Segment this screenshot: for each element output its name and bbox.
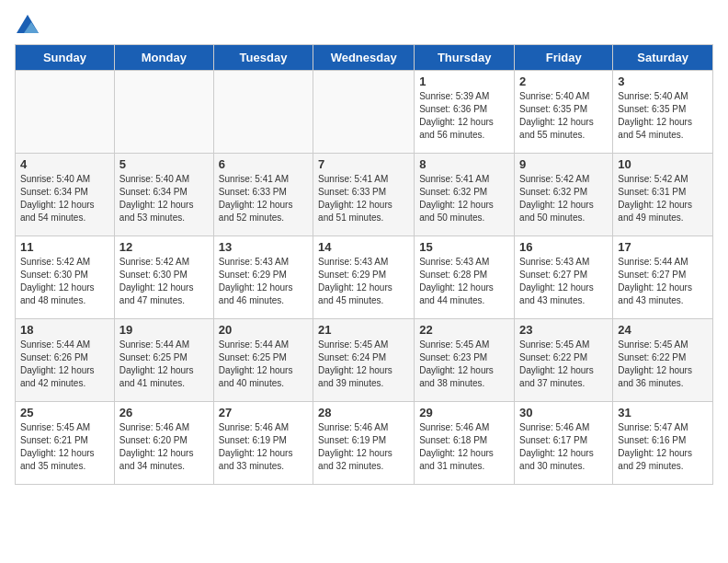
calendar-cell	[16, 71, 115, 154]
calendar-day-header: Monday	[114, 45, 213, 71]
day-info: Sunrise: 5:43 AM Sunset: 6:29 PM Dayligh…	[219, 256, 308, 307]
day-info: Sunrise: 5:45 AM Sunset: 6:23 PM Dayligh…	[419, 339, 509, 390]
day-info: Sunrise: 5:42 AM Sunset: 6:30 PM Dayligh…	[119, 256, 209, 307]
day-number: 31	[618, 406, 708, 419]
calendar-day-header: Tuesday	[213, 45, 313, 71]
calendar-cell: 28Sunrise: 5:46 AM Sunset: 6:19 PM Dayli…	[313, 402, 415, 485]
day-number: 18	[20, 323, 109, 337]
day-number: 29	[419, 406, 509, 419]
day-info: Sunrise: 5:45 AM Sunset: 6:21 PM Dayligh…	[20, 421, 109, 473]
day-number: 2	[519, 75, 608, 88]
day-info: Sunrise: 5:43 AM Sunset: 6:27 PM Dayligh…	[519, 256, 608, 307]
calendar-day-header: Saturday	[613, 45, 713, 71]
day-info: Sunrise: 5:45 AM Sunset: 6:22 PM Dayligh…	[618, 339, 708, 390]
calendar-cell: 7Sunrise: 5:41 AM Sunset: 6:33 PM Daylig…	[313, 154, 415, 236]
logo	[15, 15, 39, 33]
calendar-cell: 18Sunrise: 5:44 AM Sunset: 6:26 PM Dayli…	[16, 319, 115, 402]
day-info: Sunrise: 5:43 AM Sunset: 6:29 PM Dayligh…	[318, 256, 409, 307]
calendar-week-row: 25Sunrise: 5:45 AM Sunset: 6:21 PM Dayli…	[16, 402, 713, 485]
day-number: 11	[20, 240, 109, 254]
calendar-cell: 10Sunrise: 5:42 AM Sunset: 6:31 PM Dayli…	[613, 154, 713, 236]
day-info: Sunrise: 5:45 AM Sunset: 6:24 PM Dayligh…	[318, 339, 409, 390]
calendar-cell: 16Sunrise: 5:43 AM Sunset: 6:27 PM Dayli…	[515, 236, 613, 319]
calendar-cell: 21Sunrise: 5:45 AM Sunset: 6:24 PM Dayli…	[313, 319, 415, 402]
day-number: 8	[419, 157, 509, 171]
day-info: Sunrise: 5:40 AM Sunset: 6:35 PM Dayligh…	[519, 90, 608, 142]
calendar-header-row: SundayMondayTuesdayWednesdayThursdayFrid…	[16, 45, 713, 71]
calendar-cell: 15Sunrise: 5:43 AM Sunset: 6:28 PM Dayli…	[415, 236, 515, 319]
day-number: 3	[618, 75, 708, 88]
calendar-cell	[213, 71, 313, 154]
day-info: Sunrise: 5:41 AM Sunset: 6:33 PM Dayligh…	[318, 173, 409, 224]
calendar-day-header: Thursday	[415, 45, 515, 71]
calendar-cell: 5Sunrise: 5:40 AM Sunset: 6:34 PM Daylig…	[114, 154, 213, 236]
calendar-cell: 26Sunrise: 5:46 AM Sunset: 6:20 PM Dayli…	[114, 402, 213, 485]
day-number: 21	[318, 323, 409, 337]
day-number: 1	[419, 75, 509, 88]
day-info: Sunrise: 5:42 AM Sunset: 6:32 PM Dayligh…	[519, 173, 608, 224]
day-number: 7	[318, 157, 409, 171]
day-info: Sunrise: 5:43 AM Sunset: 6:28 PM Dayligh…	[419, 256, 509, 307]
day-number: 14	[318, 240, 409, 254]
calendar-cell: 31Sunrise: 5:47 AM Sunset: 6:16 PM Dayli…	[613, 402, 713, 485]
calendar-cell: 12Sunrise: 5:42 AM Sunset: 6:30 PM Dayli…	[114, 236, 213, 319]
calendar-day-header: Wednesday	[313, 45, 415, 71]
calendar-week-row: 4Sunrise: 5:40 AM Sunset: 6:34 PM Daylig…	[16, 154, 713, 236]
day-number: 9	[519, 157, 608, 171]
day-number: 22	[419, 323, 509, 337]
calendar-cell: 13Sunrise: 5:43 AM Sunset: 6:29 PM Dayli…	[213, 236, 313, 319]
calendar-week-row: 11Sunrise: 5:42 AM Sunset: 6:30 PM Dayli…	[16, 236, 713, 319]
day-number: 24	[618, 323, 708, 337]
calendar-cell: 24Sunrise: 5:45 AM Sunset: 6:22 PM Dayli…	[613, 319, 713, 402]
day-info: Sunrise: 5:40 AM Sunset: 6:34 PM Dayligh…	[119, 173, 209, 224]
day-info: Sunrise: 5:42 AM Sunset: 6:31 PM Dayligh…	[618, 173, 708, 224]
calendar-cell: 27Sunrise: 5:46 AM Sunset: 6:19 PM Dayli…	[213, 402, 313, 485]
calendar-week-row: 18Sunrise: 5:44 AM Sunset: 6:26 PM Dayli…	[16, 319, 713, 402]
calendar-cell: 11Sunrise: 5:42 AM Sunset: 6:30 PM Dayli…	[16, 236, 115, 319]
day-number: 20	[219, 323, 308, 337]
day-number: 28	[318, 406, 409, 419]
day-number: 25	[20, 406, 109, 419]
calendar-cell: 3Sunrise: 5:40 AM Sunset: 6:35 PM Daylig…	[613, 71, 713, 154]
calendar-cell: 8Sunrise: 5:41 AM Sunset: 6:32 PM Daylig…	[415, 154, 515, 236]
calendar-cell	[114, 71, 213, 154]
calendar-cell: 23Sunrise: 5:45 AM Sunset: 6:22 PM Dayli…	[515, 319, 613, 402]
logo-icon	[17, 15, 39, 33]
day-info: Sunrise: 5:44 AM Sunset: 6:26 PM Dayligh…	[20, 339, 109, 390]
day-number: 26	[119, 406, 209, 419]
day-info: Sunrise: 5:46 AM Sunset: 6:20 PM Dayligh…	[119, 421, 209, 473]
calendar-cell: 9Sunrise: 5:42 AM Sunset: 6:32 PM Daylig…	[515, 154, 613, 236]
calendar-cell: 4Sunrise: 5:40 AM Sunset: 6:34 PM Daylig…	[16, 154, 115, 236]
calendar-cell: 30Sunrise: 5:46 AM Sunset: 6:17 PM Dayli…	[515, 402, 613, 485]
calendar-day-header: Friday	[515, 45, 613, 71]
day-info: Sunrise: 5:44 AM Sunset: 6:27 PM Dayligh…	[618, 256, 708, 307]
day-number: 17	[618, 240, 708, 254]
day-info: Sunrise: 5:44 AM Sunset: 6:25 PM Dayligh…	[219, 339, 308, 390]
calendar-cell: 22Sunrise: 5:45 AM Sunset: 6:23 PM Dayli…	[415, 319, 515, 402]
calendar-cell	[313, 71, 415, 154]
calendar-cell: 19Sunrise: 5:44 AM Sunset: 6:25 PM Dayli…	[114, 319, 213, 402]
calendar-day-header: Sunday	[16, 45, 115, 71]
calendar-cell: 14Sunrise: 5:43 AM Sunset: 6:29 PM Dayli…	[313, 236, 415, 319]
day-number: 4	[20, 157, 109, 171]
day-info: Sunrise: 5:46 AM Sunset: 6:19 PM Dayligh…	[318, 421, 409, 473]
calendar-cell: 20Sunrise: 5:44 AM Sunset: 6:25 PM Dayli…	[213, 319, 313, 402]
day-info: Sunrise: 5:45 AM Sunset: 6:22 PM Dayligh…	[519, 339, 608, 390]
day-number: 30	[519, 406, 608, 419]
day-number: 23	[519, 323, 608, 337]
day-info: Sunrise: 5:42 AM Sunset: 6:30 PM Dayligh…	[20, 256, 109, 307]
day-info: Sunrise: 5:47 AM Sunset: 6:16 PM Dayligh…	[618, 421, 708, 473]
calendar-cell: 17Sunrise: 5:44 AM Sunset: 6:27 PM Dayli…	[613, 236, 713, 319]
day-number: 16	[519, 240, 608, 254]
day-number: 15	[419, 240, 509, 254]
day-number: 5	[119, 157, 209, 171]
calendar-cell: 25Sunrise: 5:45 AM Sunset: 6:21 PM Dayli…	[16, 402, 115, 485]
calendar-cell: 2Sunrise: 5:40 AM Sunset: 6:35 PM Daylig…	[515, 71, 613, 154]
day-number: 12	[119, 240, 209, 254]
day-info: Sunrise: 5:41 AM Sunset: 6:32 PM Dayligh…	[419, 173, 509, 224]
day-number: 19	[119, 323, 209, 337]
day-number: 27	[219, 406, 308, 419]
calendar-cell: 1Sunrise: 5:39 AM Sunset: 6:36 PM Daylig…	[415, 71, 515, 154]
day-info: Sunrise: 5:40 AM Sunset: 6:34 PM Dayligh…	[20, 173, 109, 224]
day-info: Sunrise: 5:44 AM Sunset: 6:25 PM Dayligh…	[119, 339, 209, 390]
